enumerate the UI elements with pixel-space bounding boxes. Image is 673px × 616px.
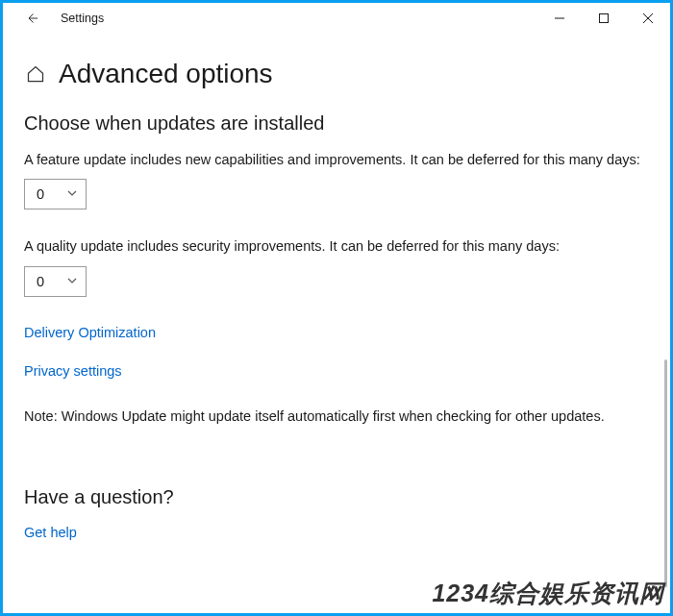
feature-update-description: A feature update includes new capabiliti… bbox=[24, 150, 649, 169]
quality-defer-select[interactable]: 0 bbox=[24, 266, 87, 297]
feature-defer-value: 0 bbox=[37, 186, 44, 202]
feature-defer-select[interactable]: 0 bbox=[24, 179, 87, 209]
quality-update-description: A quality update includes security impro… bbox=[24, 236, 649, 256]
privacy-settings-link[interactable]: Privacy settings bbox=[24, 363, 122, 379]
home-icon bbox=[26, 64, 45, 84]
back-icon bbox=[23, 10, 40, 27]
chevron-down-icon bbox=[66, 274, 78, 289]
close-button[interactable] bbox=[626, 3, 670, 34]
svg-rect-2 bbox=[600, 14, 609, 23]
watermark: 1234综合娱乐资讯网 bbox=[432, 578, 664, 609]
maximize-button[interactable] bbox=[582, 3, 626, 34]
back-button[interactable] bbox=[11, 3, 53, 34]
question-heading: Have a question? bbox=[24, 486, 649, 508]
content-area: Advanced options Choose when updates are… bbox=[3, 34, 670, 541]
page-title: Advanced options bbox=[59, 59, 273, 89]
titlebar-right bbox=[537, 3, 670, 34]
quality-defer-value: 0 bbox=[37, 274, 44, 289]
titlebar: Settings bbox=[3, 3, 670, 34]
heading-row: Advanced options bbox=[24, 59, 649, 89]
window-title: Settings bbox=[53, 12, 104, 25]
minimize-icon bbox=[555, 13, 564, 23]
get-help-link[interactable]: Get help bbox=[24, 525, 77, 540]
titlebar-left: Settings bbox=[11, 3, 104, 34]
minimize-button[interactable] bbox=[537, 3, 582, 34]
scrollbar-thumb[interactable] bbox=[664, 359, 667, 587]
chevron-down-icon bbox=[66, 186, 78, 202]
scrollbar[interactable] bbox=[664, 35, 667, 616]
home-button[interactable] bbox=[24, 62, 47, 86]
maximize-icon bbox=[599, 13, 609, 23]
close-icon bbox=[643, 13, 653, 23]
section-heading: Choose when updates are installed bbox=[24, 112, 649, 135]
update-note: Note: Windows Update might update itself… bbox=[24, 408, 649, 424]
delivery-optimization-link[interactable]: Delivery Optimization bbox=[24, 325, 156, 340]
